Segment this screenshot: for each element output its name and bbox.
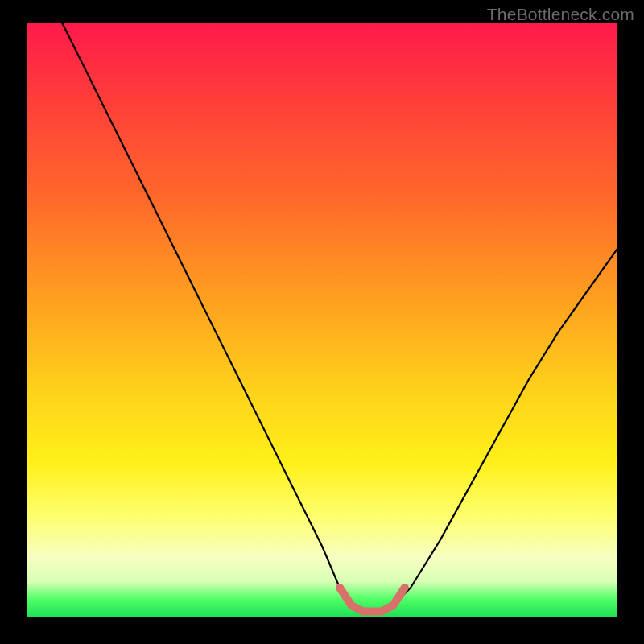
optimal-band	[340, 588, 405, 612]
chart-frame: TheBottleneck.com	[0, 0, 644, 644]
bottleneck-curve	[62, 23, 617, 612]
watermark-text: TheBottleneck.com	[487, 5, 634, 24]
chart-svg	[27, 23, 617, 617]
plot-area	[27, 23, 617, 617]
